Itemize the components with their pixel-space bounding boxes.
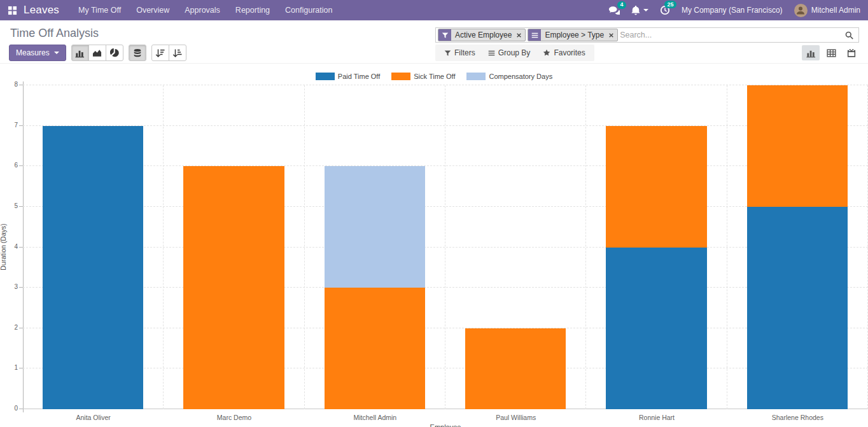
x-category-label: Marc Demo [217,414,251,421]
search-facet[interactable]: Employee > Type [528,29,618,41]
graph-view: Paid Time OffSick Time OffCompensatory D… [0,64,868,427]
chevron-down-icon [54,52,59,54]
legend-label: Compensatory Days [489,73,552,80]
facet-remove-icon[interactable] [515,29,525,41]
chart-legend: Paid Time OffSick Time OffCompensatory D… [0,73,868,80]
measures-label: Measures [16,48,50,57]
area-chart-button[interactable] [88,45,106,61]
star-icon [543,49,550,57]
legend-swatch [316,73,335,80]
bar-segment-compensatory-days[interactable] [325,166,426,288]
filter-icon [438,29,451,41]
y-tick-label: 5 [0,202,18,209]
search-icon[interactable] [845,31,853,39]
filter-item-label: Filters [454,48,475,57]
legend-swatch [391,73,410,80]
chart-plot: Duration (Days) Employee 012345678Anita … [23,85,868,409]
y-tick-label: 4 [0,243,18,250]
search-input[interactable] [620,31,843,39]
group-by-icon [488,50,495,57]
group-by-icon [528,29,541,41]
group-by-button[interactable]: Group By [482,48,537,57]
bar-segment-sick-time-off[interactable] [325,288,426,409]
bar-segment-paid-time-off[interactable] [606,248,707,410]
messages-badge: 4 [617,1,626,9]
nav-menu-item-my-time-off[interactable]: My Time Off [71,0,129,20]
favorites-button[interactable]: Favorites [536,48,591,57]
user-menu[interactable]: Mitchell Admin [794,4,860,17]
app-name[interactable]: Leaves [24,4,59,17]
legend-item[interactable]: Compensatory Days [466,73,552,80]
filters-button[interactable]: Filters [438,48,482,57]
pivot-view-button[interactable] [822,45,840,60]
sort-group [151,45,186,61]
sort-asc-icon [172,48,182,58]
y-tick-label: 0 [0,405,18,412]
apps-menu-icon[interactable] [8,6,17,15]
facet-label: Employee > Type [541,29,608,41]
user-name: Mitchell Admin [811,6,860,15]
pie-chart-icon [110,48,119,57]
x-category-label: Sharlene Rhodes [772,414,823,421]
y-tick-label: 7 [0,122,18,129]
activities-badge: 25 [664,1,676,8]
facet-label: Active Employee [451,29,515,41]
stacked-button[interactable] [129,45,146,61]
main-menu: My Time OffOverviewApprovalsReportingCon… [71,0,340,20]
bar-segment-paid-time-off[interactable] [43,126,144,409]
bar-group [727,85,868,409]
view-switcher [802,45,860,60]
legend-swatch [466,73,486,80]
company-switcher[interactable]: My Company (San Francisco) [682,6,783,15]
bar-chart-button[interactable] [71,45,89,61]
y-tick-label: 2 [0,324,18,331]
search-facets: Active EmployeeEmployee > Type [438,29,618,41]
sort-asc-button[interactable] [169,45,186,61]
sort-desc-button[interactable] [151,45,169,61]
bar-segment-sick-time-off[interactable] [606,126,707,248]
legend-label: Paid Time Off [338,73,380,80]
measures-button[interactable]: Measures [9,45,66,61]
area-chart-icon [92,48,102,58]
x-category-label: Ronnie Hart [639,414,675,421]
messages-icon[interactable]: 4 [608,6,620,15]
y-tick-label: 1 [0,364,18,371]
bar-group [23,85,164,409]
bar-segment-sick-time-off[interactable] [183,166,284,409]
notifications-bell-icon[interactable] [631,6,648,15]
page-title: Time Off Analysis [10,27,99,40]
pie-chart-button[interactable] [106,45,123,61]
nav-menu-item-overview[interactable]: Overview [129,0,177,20]
bar-group [305,85,445,409]
top-navbar: Leaves My Time OffOverviewApprovalsRepor… [0,0,868,20]
filter-item-label: Favorites [554,48,585,57]
filter-icon [444,50,451,57]
filter-item-label: Group By [498,48,531,57]
activities-clock-icon[interactable]: 25 [660,5,670,15]
nav-menu-item-configuration[interactable]: Configuration [277,0,340,20]
chart-type-group [71,45,123,61]
graph-view-icon [806,48,816,58]
calendar-view-button[interactable] [843,45,860,60]
facet-remove-icon[interactable] [608,29,617,41]
bar-segment-paid-time-off[interactable] [747,207,848,409]
y-tick-label: 8 [0,81,18,88]
bar-segment-sick-time-off[interactable] [465,328,566,409]
y-tick-label: 6 [0,162,18,169]
bar-chart-icon [75,48,85,58]
x-category-label: Paul Williams [496,414,536,421]
nav-menu-item-reporting[interactable]: Reporting [228,0,277,20]
nav-menu-item-approvals[interactable]: Approvals [177,0,228,20]
search-bar: Active EmployeeEmployee > Type [435,27,859,43]
search-facet[interactable]: Active Employee [438,29,526,41]
legend-item[interactable]: Sick Time Off [391,73,455,80]
legend-item[interactable]: Paid Time Off [316,73,380,80]
legend-label: Sick Time Off [414,73,455,80]
calendar-view-icon [847,48,856,58]
search-options-bar: FiltersGroup ByFavorites [435,45,594,61]
x-category-label: Anita Oliver [76,414,111,421]
bar-group [586,85,727,409]
bar-segment-sick-time-off[interactable] [747,85,848,207]
graph-view-button[interactable] [802,45,820,60]
bar-group [445,85,586,409]
